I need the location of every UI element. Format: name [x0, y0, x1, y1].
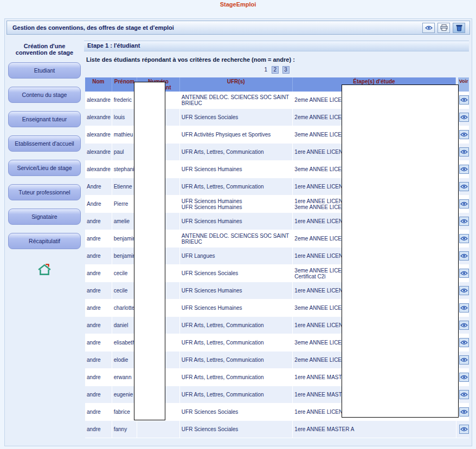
sidebar-items: EtudiantContenu du stageEnseignant tuteu… [6, 62, 83, 249]
cell-nom: andre [85, 334, 112, 351]
sidebar-item-contenu-du-stage[interactable]: Contenu du stage [8, 87, 81, 103]
eye-icon [460, 271, 468, 276]
view-student-button[interactable] [459, 165, 469, 174]
cell-nom: andre [85, 352, 112, 368]
cell-nom: andre [85, 282, 112, 299]
cell-ufr: UFR Arts, Lettres, Communication [180, 144, 293, 160]
cell-ufr: UFR Sciences Sociales [180, 109, 293, 126]
panel-header-title: Gestion des conventions, des offres de s… [7, 24, 174, 31]
eye-icon [460, 305, 468, 310]
cell-ufr: UFR Arts, Lettres, Communication [180, 178, 293, 195]
view-student-button[interactable] [459, 303, 469, 313]
eye-icon [460, 219, 468, 224]
column-header-nom: Nom [85, 77, 112, 92]
eye-icon [460, 253, 468, 258]
cell-ufr: UFR Arts, Lettres, Communication [180, 386, 293, 403]
cell-prenom: fanny [112, 421, 138, 438]
view-student-button[interactable] [459, 130, 469, 139]
header-toolbar [422, 23, 469, 33]
cell-ufr: ANTENNE DELOC. SCIENCES SOC SAINT BRIEUC [180, 230, 293, 247]
cell-etape: 1ere ANNEE MASTER A [293, 421, 456, 438]
eye-icon [460, 340, 468, 345]
view-student-button[interactable] [459, 217, 469, 226]
cell-nom: Andre [85, 178, 112, 195]
cell-nom: andre [85, 386, 112, 403]
sidebar-item-tuteur-professionnel[interactable]: Tuteur professionnel [8, 184, 81, 200]
cell-ufr: UFR Arts, Lettres, Communication [180, 369, 293, 386]
view-student-button[interactable] [459, 95, 469, 105]
cell-nom: andre [85, 213, 112, 230]
eye-icon [460, 357, 468, 362]
sidebar-item-service-lieu-de-stage[interactable]: Service/Lieu de stage [8, 160, 81, 176]
cell-ufr: UFR Langues [180, 248, 293, 264]
view-student-button[interactable] [459, 355, 469, 365]
cell-ufr: UFR Sciences Sociales [180, 404, 293, 420]
delete-button[interactable] [453, 23, 465, 33]
cell-nom: alexandre [85, 126, 112, 143]
eye-icon [460, 184, 468, 189]
view-student-button[interactable] [459, 338, 469, 347]
view-student-button[interactable] [459, 390, 469, 399]
redaction-box [134, 82, 165, 420]
view-student-button[interactable] [459, 234, 469, 243]
cell-nom: alexandre [85, 92, 112, 108]
eye-icon [460, 132, 468, 137]
sidebar-item-etablissement-d-accueil[interactable]: Etablissement d'accueil [8, 135, 81, 152]
view-student-button[interactable] [459, 373, 469, 382]
home-icon [37, 263, 52, 276]
sidebar-item-signataire[interactable]: Signataire [8, 209, 81, 225]
pagination-page-2[interactable]: 2 [272, 66, 279, 74]
results-caption: Liste des étudiants répondant à vos crit… [86, 56, 469, 63]
cell-ufr: UFR Arts, Lettres, Communication [180, 334, 293, 351]
sidebar-item-etudiant[interactable]: Etudiant [8, 62, 81, 79]
cell-nom: alexandre [85, 109, 112, 126]
cell-nom: andre [85, 421, 112, 438]
view-student-button[interactable] [459, 286, 469, 295]
step-title: Etape 1 : l'étudiant [87, 42, 140, 49]
trash-icon [456, 24, 462, 31]
view-student-button[interactable] [459, 199, 469, 209]
eye-icon [460, 392, 468, 397]
pagination-current: 1 [264, 67, 267, 73]
pagination: 1 2 3 [84, 66, 469, 74]
column-header-voir: Voir [458, 77, 469, 92]
cell-nom: andre [85, 300, 112, 316]
cell-nom: andre [85, 404, 112, 420]
sidebar-title: Création d'une convention de stage [8, 43, 81, 56]
eye-icon [460, 115, 468, 120]
column-header-ufr: UFR(s) [180, 77, 293, 92]
sidebar-item-recapitulatif[interactable]: Récapitulatif [8, 233, 81, 249]
cell-nom: andre [85, 248, 112, 264]
sidebar-item-enseignant-tuteur[interactable]: Enseignant tuteur [8, 111, 81, 127]
cell-nom: alexandre [85, 144, 112, 160]
view-student-button[interactable] [459, 269, 469, 278]
cell-nom: Andre [85, 196, 112, 212]
panel-header: Gestion des conventions, des offres de s… [7, 21, 470, 35]
cell-numero [137, 421, 179, 438]
view-student-button[interactable] [459, 251, 469, 261]
print-button[interactable] [438, 23, 450, 33]
view-student-button[interactable] [459, 113, 469, 122]
cell-ufr: UFR Sciences Humaines [180, 213, 293, 230]
cell-ufr: UFR Sciences Humaines [180, 161, 293, 178]
view-student-button[interactable] [459, 425, 469, 434]
eye-icon [460, 288, 468, 293]
eye-icon [460, 409, 468, 414]
cell-ufr: UFR Activités Physiques et Sportives [180, 126, 293, 143]
cell-ufr: ANTENNE DELOC. SCIENCES SOC SAINT BRIEUC [180, 92, 293, 108]
home-button[interactable] [36, 263, 53, 277]
eye-icon [460, 375, 468, 380]
redaction-box [342, 84, 459, 418]
view-student-button[interactable] [459, 147, 469, 157]
app-title: StageEmploi [0, 1, 476, 8]
page: StageEmploi Gestion des conventions, des… [0, 0, 476, 449]
view-student-button[interactable] [459, 182, 469, 191]
eye-icon [460, 167, 468, 172]
cell-ufr: UFR Arts, Lettres, Communication [180, 352, 293, 368]
view-student-button[interactable] [459, 407, 469, 417]
view-button[interactable] [422, 23, 435, 33]
pagination-page-3[interactable]: 3 [282, 66, 290, 74]
cell-ufr: UFR Sciences Humaines [180, 300, 293, 316]
eye-icon [460, 236, 468, 241]
view-student-button[interactable] [459, 321, 469, 330]
